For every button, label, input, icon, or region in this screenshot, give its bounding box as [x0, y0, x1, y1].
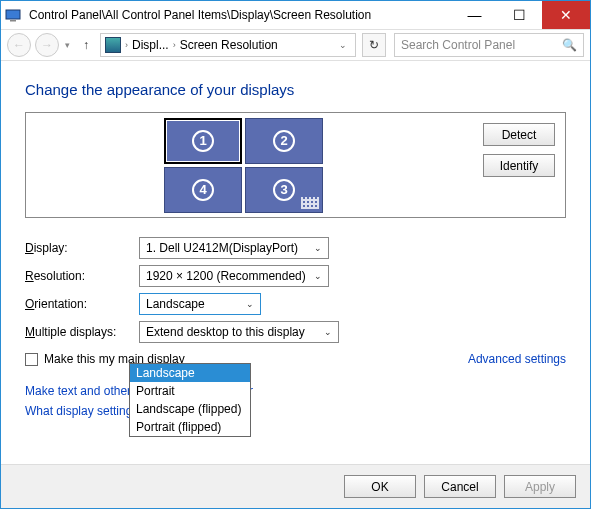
up-button[interactable]: ↑: [76, 35, 96, 55]
window-buttons: — ☐ ✕: [452, 1, 590, 29]
orientation-label: Orientation:: [25, 297, 135, 311]
app-icon: [1, 1, 25, 29]
search-icon: 🔍: [562, 38, 577, 52]
breadcrumb-display[interactable]: Displ...: [132, 38, 169, 52]
search-input[interactable]: Search Control Panel 🔍: [394, 33, 584, 57]
forward-button[interactable]: →: [35, 33, 59, 57]
advanced-settings-link[interactable]: Advanced settings: [468, 352, 566, 366]
page-heading: Change the appearance of your displays: [25, 81, 566, 98]
apply-button[interactable]: Apply: [504, 475, 576, 498]
monitor-1[interactable]: 1: [164, 118, 242, 164]
display-arrangement[interactable]: 1 2 4 3 Detect Identify: [25, 112, 566, 218]
maximize-button[interactable]: ☐: [497, 1, 542, 29]
what-settings-link[interactable]: What display settings should I choose?: [25, 404, 566, 418]
svg-rect-1: [10, 20, 16, 22]
resolution-select[interactable]: 1920 × 1200 (Recommended)⌄: [139, 265, 329, 287]
history-dropdown[interactable]: ▾: [63, 40, 72, 50]
multiple-displays-label: Multiple displays:: [25, 325, 135, 339]
main-display-checkbox[interactable]: [25, 353, 38, 366]
breadcrumb-screen-resolution[interactable]: Screen Resolution: [180, 38, 278, 52]
close-button[interactable]: ✕: [542, 1, 590, 29]
window-title: Control Panel\All Control Panel Items\Di…: [25, 1, 452, 29]
cancel-button[interactable]: Cancel: [424, 475, 496, 498]
address-bar[interactable]: › Displ... › Screen Resolution ⌄: [100, 33, 356, 57]
monitor-grid: 1 2 4 3: [164, 118, 323, 213]
dialog-footer: OK Cancel Apply: [1, 464, 590, 508]
minimize-button[interactable]: —: [452, 1, 497, 29]
address-dropdown-icon[interactable]: ⌄: [335, 40, 351, 50]
titlebar: Control Panel\All Control Panel Items\Di…: [1, 1, 590, 29]
display-label: Display:: [25, 241, 135, 255]
window: Control Panel\All Control Panel Items\Di…: [0, 0, 591, 509]
orientation-option-landscape[interactable]: Landscape: [130, 364, 250, 382]
chevron-down-icon: ⌄: [316, 327, 332, 337]
monitor-4[interactable]: 4: [164, 167, 242, 213]
orientation-option-portrait[interactable]: Portrait: [130, 382, 250, 400]
display-select[interactable]: 1. Dell U2412M(DisplayPort)⌄: [139, 237, 329, 259]
svg-rect-0: [6, 10, 20, 19]
monitor-icon: [105, 37, 121, 53]
primary-indicator-icon: [301, 197, 319, 209]
chevron-down-icon: ⌄: [306, 243, 322, 253]
orientation-option-landscape-flipped[interactable]: Landscape (flipped): [130, 400, 250, 418]
identify-button[interactable]: Identify: [483, 154, 555, 177]
refresh-button[interactable]: ↻: [362, 33, 386, 57]
ok-button[interactable]: OK: [344, 475, 416, 498]
chevron-down-icon: ⌄: [306, 271, 322, 281]
monitor-3[interactable]: 3: [245, 167, 323, 213]
back-button[interactable]: ←: [7, 33, 31, 57]
navbar: ← → ▾ ↑ › Displ... › Screen Resolution ⌄…: [1, 29, 590, 61]
content-area: Change the appearance of your displays 1…: [1, 61, 590, 464]
chevron-down-icon: ⌄: [238, 299, 254, 309]
resolution-label: Resolution:: [25, 269, 135, 283]
chevron-right-icon: ›: [123, 40, 130, 50]
monitor-2[interactable]: 2: [245, 118, 323, 164]
chevron-right-icon: ›: [171, 40, 178, 50]
orientation-select[interactable]: Landscape⌄: [139, 293, 261, 315]
multiple-displays-select[interactable]: Extend desktop to this display⌄: [139, 321, 339, 343]
orientation-option-portrait-flipped[interactable]: Portrait (flipped): [130, 418, 250, 436]
search-placeholder: Search Control Panel: [401, 38, 515, 52]
orientation-dropdown: Landscape Portrait Landscape (flipped) P…: [129, 363, 251, 437]
larger-smaller-link[interactable]: Make text and other items larger or smal…: [25, 384, 566, 398]
detect-button[interactable]: Detect: [483, 123, 555, 146]
